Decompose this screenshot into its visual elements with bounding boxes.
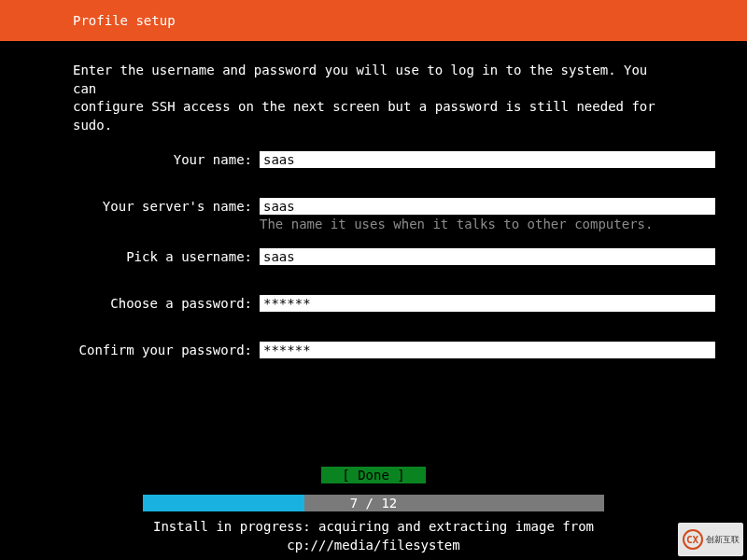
label-your-name: Your name: [30, 151, 260, 168]
input-username[interactable] [260, 248, 715, 265]
input-your-name[interactable] [260, 151, 715, 168]
watermark: CX 创新互联 [678, 523, 743, 556]
row-your-name: Your name: [30, 151, 717, 168]
done-button[interactable]: [ Done ] [321, 467, 426, 483]
hint-server-name: The name it uses when it talks to other … [260, 217, 715, 231]
label-server-name: Your server's name: [30, 198, 260, 215]
watermark-badge: CX [683, 529, 703, 550]
status-text: Install in progress: acquiring and extra… [0, 518, 747, 554]
input-server-name[interactable] [260, 198, 715, 215]
label-confirm-password: Confirm your password: [30, 342, 260, 358]
progress-label: 7 / 12 [143, 495, 604, 511]
progress-bar: 7 / 12 [143, 495, 604, 511]
instruction-text: Enter the username and password you will… [0, 41, 747, 134]
row-confirm-password: Confirm your password: [30, 342, 717, 358]
row-server-name: Your server's name: The name it uses whe… [30, 198, 717, 231]
input-confirm-password[interactable] [260, 342, 715, 358]
label-username: Pick a username: [30, 248, 260, 265]
header-bar: Profile setup [0, 0, 747, 41]
progress-area: 7 / 12 [0, 495, 747, 511]
watermark-text: 创新互联 [706, 536, 740, 544]
done-area: [ Done ] [0, 467, 747, 483]
label-password: Choose a password: [30, 295, 260, 312]
profile-form: Your name: Your server's name: The name … [0, 134, 747, 358]
input-password[interactable] [260, 295, 715, 312]
row-username: Pick a username: [30, 248, 717, 265]
page-title: Profile setup [73, 13, 176, 28]
row-password: Choose a password: [30, 295, 717, 312]
